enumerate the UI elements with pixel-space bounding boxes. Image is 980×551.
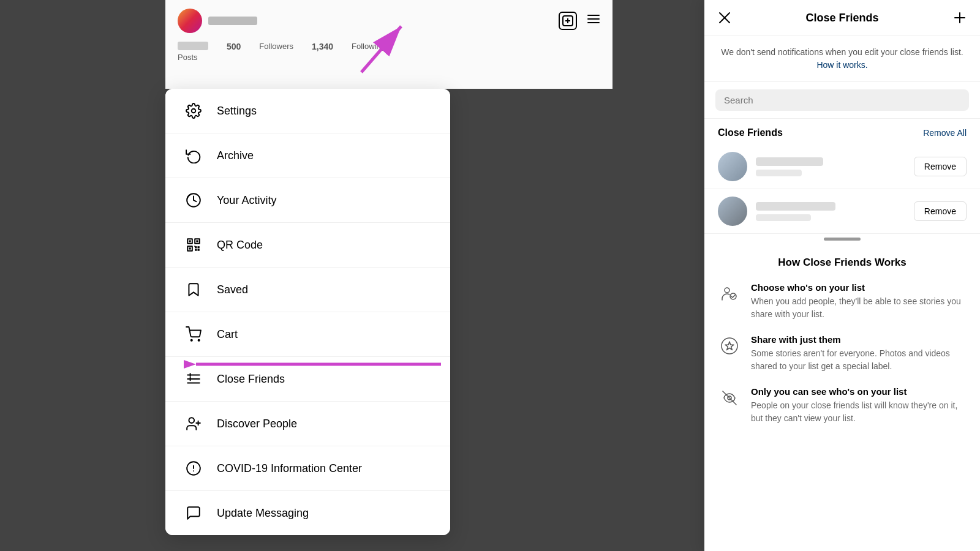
profile-stats: Posts 500 Followers 1,340 Following — [165, 42, 612, 68]
cf-friend-item-1: Remove — [704, 144, 980, 189]
svg-marker-43 — [725, 342, 734, 350]
eye-off-icon — [718, 386, 741, 410]
how-item-choose-text: Choose who's on your list When you add p… — [751, 282, 967, 321]
archive-label: Archive — [217, 149, 254, 162]
close-friends-label: Close Friends — [217, 373, 285, 386]
cf-section-title: Close Friends — [718, 127, 783, 138]
menu-item-qr-code[interactable]: QR Code — [165, 223, 450, 268]
cf-section-header: Close Friends Remove All — [704, 119, 980, 144]
menu-item-archive[interactable]: Archive — [165, 133, 450, 178]
cf-friend-info-2 — [756, 202, 914, 221]
star-icon — [718, 334, 741, 358]
cf-header: Close Friends — [704, 0, 980, 36]
menu-item-discover-people[interactable]: Discover People — [165, 402, 450, 446]
svg-rect-13 — [189, 240, 190, 242]
cf-notice: We don't send notifications when you edi… — [704, 36, 980, 82]
menu-item-update-messaging[interactable]: Update Messaging — [165, 491, 450, 535]
cf-remove-button-2[interactable]: Remove — [914, 201, 967, 221]
svg-point-40 — [725, 288, 729, 293]
cf-close-button[interactable] — [718, 11, 731, 24]
cf-friend-avatar-2 — [718, 197, 747, 226]
saved-label: Saved — [217, 283, 248, 296]
profile-header — [165, 0, 612, 42]
activity-icon — [183, 189, 205, 211]
close-friends-panel: Close Friends We don't send notification… — [704, 0, 980, 551]
svg-rect-17 — [195, 246, 197, 248]
messaging-icon — [183, 502, 205, 524]
settings-label: Settings — [217, 105, 257, 118]
svg-point-21 — [191, 340, 192, 341]
archive-icon — [183, 144, 205, 167]
svg-rect-14 — [196, 240, 198, 242]
menu-item-your-activity[interactable]: Your Activity — [165, 178, 450, 223]
menu-item-close-friends[interactable]: Close Friends — [165, 357, 450, 402]
cart-icon — [183, 323, 205, 345]
covid-label: COVID-19 Information Center — [217, 462, 362, 475]
svg-rect-15 — [189, 247, 190, 249]
menu-item-cart[interactable]: Cart — [165, 312, 450, 357]
how-it-works-section: How Close Friends Works Choose who's on … — [704, 244, 980, 551]
header-right — [559, 12, 600, 30]
cf-add-button[interactable] — [953, 11, 967, 24]
how-it-works-link[interactable]: How it works. — [816, 60, 867, 70]
scroll-indicator — [824, 238, 861, 241]
followers-count: 500 — [227, 42, 241, 62]
discover-people-label: Discover People — [217, 418, 297, 430]
cf-friend-item-2: Remove — [704, 189, 980, 234]
update-messaging-label: Update Messaging — [217, 507, 309, 520]
svg-rect-20 — [198, 246, 200, 248]
covid-icon — [183, 457, 205, 479]
close-friends-icon — [183, 368, 205, 390]
hamburger-menu-button[interactable] — [587, 12, 600, 29]
cf-friend-info-1 — [756, 157, 914, 176]
how-it-works-title: How Close Friends Works — [718, 257, 967, 269]
menu-item-covid[interactable]: COVID-19 Information Center — [165, 446, 450, 491]
svg-rect-19 — [195, 249, 197, 251]
how-item-private: Only you can see who's on your list Peop… — [718, 386, 967, 425]
cf-remove-button-1[interactable]: Remove — [914, 157, 967, 176]
svg-point-8 — [192, 109, 196, 113]
cf-remove-all-button[interactable]: Remove All — [923, 128, 967, 138]
cf-search-input[interactable] — [715, 89, 969, 111]
qr-code-icon — [183, 234, 205, 256]
how-item-choose: Choose who's on your list When you add p… — [718, 282, 967, 321]
how-item-share-text: Share with just them Some stories aren't… — [751, 334, 967, 373]
cf-panel-title: Close Friends — [805, 12, 878, 24]
add-post-button[interactable] — [559, 12, 577, 30]
following-label: Following — [352, 42, 385, 62]
cf-friend-avatar-1 — [718, 152, 747, 181]
following-count: 1,340 — [312, 42, 333, 62]
settings-icon — [183, 100, 205, 122]
your-activity-label: Your Activity — [217, 194, 276, 207]
choose-icon — [718, 282, 741, 305]
menu-item-settings[interactable]: Settings — [165, 89, 450, 133]
qr-code-label: QR Code — [217, 239, 263, 252]
svg-rect-18 — [198, 249, 200, 251]
how-item-private-text: Only you can see who's on your list Peop… — [751, 386, 967, 425]
svg-point-42 — [722, 338, 737, 354]
cart-label: Cart — [217, 328, 238, 341]
svg-point-28 — [189, 418, 194, 423]
svg-point-22 — [198, 340, 200, 341]
followers-label: Followers — [259, 42, 293, 62]
how-item-share: Share with just them Some stories aren't… — [718, 334, 967, 373]
saved-icon — [183, 279, 205, 301]
cf-search-container — [704, 82, 980, 119]
instagram-profile-bg: Posts 500 Followers 1,340 Following — [165, 0, 612, 89]
menu-panel: Settings Archive Your Activity — [165, 89, 450, 535]
discover-people-icon — [183, 413, 205, 435]
menu-item-saved[interactable]: Saved — [165, 268, 450, 312]
